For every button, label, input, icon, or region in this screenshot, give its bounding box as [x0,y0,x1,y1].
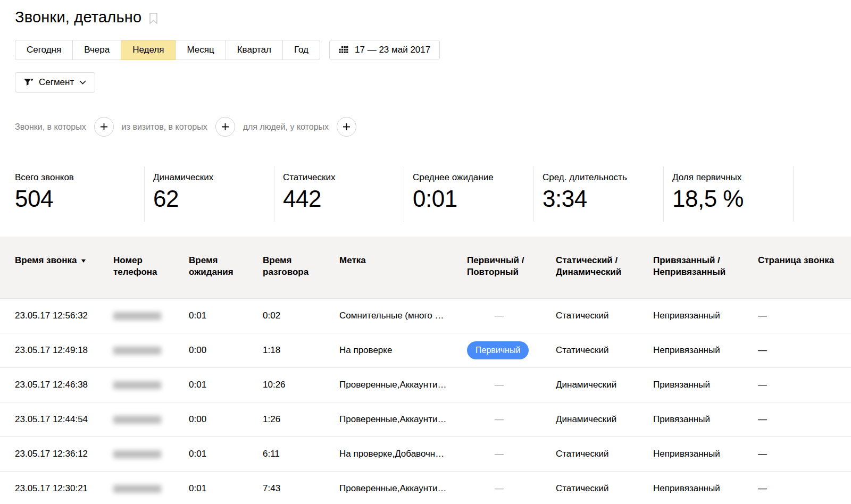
static-dynamic-cell: Статический [556,333,653,368]
stat-static: Статических 442 [274,166,404,222]
linked-cell: Непривязанный [653,437,758,472]
call-page-cell: — [758,368,851,402]
segment-button[interactable]: Сегмент [15,72,95,93]
call-time: 23.05.17 12:49:18 [0,333,113,368]
add-visit-filter-button[interactable] [215,117,235,137]
table-row[interactable]: 23.05.17 12:49:18 0:00 1:18 На проверке … [0,333,851,368]
col-phone[interactable]: Номер телефона [113,237,189,299]
calendar-icon [339,46,349,54]
call-label: На проверке [339,333,467,368]
static-dynamic-cell: Динамический [556,368,653,402]
talk-time: 10:26 [263,368,339,402]
call-time: 23.05.17 12:44:54 [0,402,113,437]
table-row[interactable]: 23.05.17 12:44:54 0:00 1:26 Проверенные,… [0,402,851,437]
col-call-page[interactable]: Страница звонка [758,237,851,299]
talk-time: 1:26 [263,402,339,437]
col-wait-time[interactable]: Время ожидания [189,237,263,299]
tab-today[interactable]: Сегодня [15,40,73,60]
call-label: Проверенные,Аккаунти… [339,472,467,504]
call-time: 23.05.17 12:30:21 [0,472,113,504]
stat-avg-duration: Сред. длительность 3:34 [534,166,664,222]
date-range-label: 17 — 23 май 2017 [355,45,430,55]
primary-cell: — [467,402,556,437]
call-label: На проверке,Добавочн… [339,437,467,472]
wait-time: 0:00 [189,333,263,368]
phone-number-redacted [113,485,161,493]
stat-first-share: Доля первичных 18,5 % [664,166,794,222]
call-label: Проверенные,Аккаунти… [339,402,467,437]
call-page-cell: — [758,437,851,472]
funnel-icon [24,79,34,87]
stat-total-calls: Всего звонков 504 [15,166,145,222]
wait-time: 0:01 [189,437,263,472]
phone-cell [113,472,189,504]
segment-label: Сегмент [39,77,74,88]
wait-time: 0:01 [189,299,263,333]
table-row[interactable]: 23.05.17 12:56:32 0:01 0:02 Сомнительные… [0,299,851,333]
stat-dynamic: Динамических 62 [145,166,274,222]
call-page-cell: — [758,402,851,437]
talk-time: 6:11 [263,437,339,472]
stats-summary: Всего звонков 504 Динамических 62 Статич… [0,166,851,222]
table-header-row: Время звонка Номер телефона Время ожидан… [0,237,851,299]
static-dynamic-cell: Статический [556,472,653,504]
primary-cell: — [467,299,556,333]
filter-label-people: для людей, у которых [243,122,329,132]
phone-cell [113,437,189,472]
phone-number-redacted [113,347,161,355]
talk-time: 1:18 [263,333,339,368]
linked-cell: Непривязанный [653,299,758,333]
col-call-time[interactable]: Время звонка [0,237,113,299]
table-row[interactable]: 23.05.17 12:46:38 0:01 10:26 Проверенные… [0,368,851,402]
chevron-down-icon [79,80,86,85]
call-page-cell: — [758,472,851,504]
wait-time: 0:01 [189,368,263,402]
linked-cell: Привязанный [653,368,758,402]
tab-year[interactable]: Год [282,40,320,60]
date-range-button[interactable]: 17 — 23 май 2017 [329,40,440,60]
call-page-cell: — [758,333,851,368]
table-row[interactable]: 23.05.17 12:30:21 0:01 7:43 Проверенные,… [0,472,851,504]
tab-week[interactable]: Неделя [121,40,176,60]
add-people-filter-button[interactable] [337,117,356,137]
col-label[interactable]: Метка [339,237,467,299]
linked-cell: Непривязанный [653,333,758,368]
filter-label-visits: из визитов, в которых [122,122,207,132]
col-linked[interactable]: Привязанный / Непривязанный [653,237,758,299]
plus-icon [100,123,108,131]
plus-icon [343,123,351,131]
call-label: Сомнительные (много … [339,299,467,333]
linked-cell: Привязанный [653,402,758,437]
page-title: Звонки, детально [15,9,141,26]
static-dynamic-cell: Статический [556,437,653,472]
bookmark-icon[interactable] [149,13,158,24]
col-primary[interactable]: Первичный / Повторный [467,237,556,299]
linked-cell: Непривязанный [653,472,758,504]
primary-cell: — [467,368,556,402]
static-dynamic-cell: Динамический [556,402,653,437]
primary-cell: — [467,437,556,472]
col-static-dyn[interactable]: Статический / Динамический [556,237,653,299]
phone-number-redacted [113,312,161,320]
call-time: 23.05.17 12:36:12 [0,437,113,472]
add-call-filter-button[interactable] [94,117,114,137]
talk-time: 7:43 [263,472,339,504]
phone-cell [113,333,189,368]
primary-badge: Первичный [467,341,529,359]
wait-time: 0:01 [189,472,263,504]
phone-cell [113,299,189,333]
tab-yesterday[interactable]: Вчера [72,40,121,60]
table-row[interactable]: 23.05.17 12:36:12 0:01 6:11 На проверке,… [0,437,851,472]
period-controls: Сегодня Вчера Неделя Месяц Квартал Год 1… [0,40,851,60]
tab-month[interactable]: Месяц [175,40,226,60]
sort-desc-icon [81,259,86,263]
wait-time: 0:00 [189,402,263,437]
col-talk-time[interactable]: Время разговора [263,237,339,299]
call-time: 23.05.17 12:46:38 [0,368,113,402]
stat-avg-wait: Среднее ожидание 0:01 [404,166,534,222]
talk-time: 0:02 [263,299,339,333]
phone-number-redacted [113,416,161,424]
tab-quarter[interactable]: Квартал [226,40,283,60]
filters-row: Звонки, в которых из визитов, в которых … [0,117,851,137]
static-dynamic-cell: Статический [556,299,653,333]
